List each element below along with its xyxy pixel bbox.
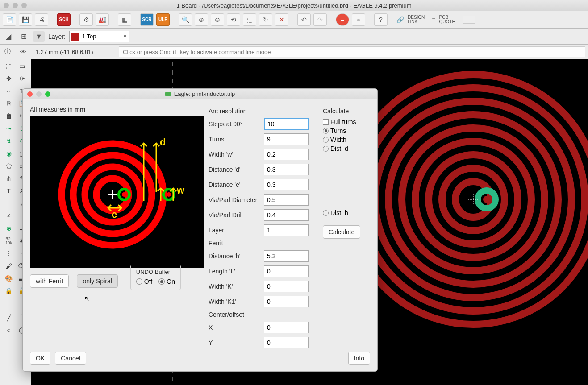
width-k-label: Width 'K' bbox=[209, 283, 264, 290]
x-label: X bbox=[209, 324, 264, 331]
calculate-button[interactable]: Calculate bbox=[323, 225, 360, 239]
library-icon[interactable]: ▦ bbox=[118, 13, 131, 26]
copy-tool[interactable]: ⎘ bbox=[3, 98, 15, 109]
zoom-redraw-icon[interactable]: ⟲ bbox=[227, 13, 240, 26]
zoom-in-icon[interactable]: ⊕ bbox=[195, 13, 208, 26]
turns-label: Turns bbox=[209, 136, 264, 143]
layers-icon[interactable]: ◢ bbox=[3, 31, 14, 42]
cross-icon[interactable]: ✕ bbox=[275, 13, 288, 26]
polygon-tool[interactable]: ⬠ bbox=[3, 161, 15, 171]
grid-icon[interactable]: ⊞ bbox=[18, 31, 29, 42]
dist-d-input[interactable] bbox=[264, 164, 309, 175]
titlebar: 1 Board - /Users/eagletest/Documents/EAG… bbox=[0, 0, 588, 11]
width-k-input[interactable] bbox=[264, 281, 309, 292]
calc-turns-radio[interactable]: Turns bbox=[323, 127, 385, 134]
eye-icon[interactable]: 👁 bbox=[20, 48, 26, 55]
dist-h-label: Distance 'h' bbox=[209, 253, 264, 260]
svg-text:e: e bbox=[112, 209, 117, 220]
pcb-quote-button[interactable]: ≡ PCBQUOTE bbox=[432, 15, 455, 24]
turns-input[interactable] bbox=[264, 133, 309, 145]
miter-tool[interactable]: ⟋ bbox=[3, 198, 15, 209]
dist-e-input[interactable] bbox=[264, 179, 309, 190]
delete-tool[interactable]: 🗑 bbox=[3, 111, 15, 121]
save-icon[interactable]: 💾 bbox=[19, 13, 32, 26]
mirror-tool[interactable]: ↔ bbox=[3, 86, 15, 96]
y-input[interactable] bbox=[264, 337, 309, 348]
sch-button[interactable]: SCH bbox=[57, 13, 71, 26]
zoom-fit-icon[interactable]: 🔍 bbox=[179, 13, 192, 26]
dim-tool[interactable]: ≠ bbox=[3, 211, 15, 221]
info-button[interactable]: Info bbox=[348, 352, 370, 365]
dist-h-input[interactable] bbox=[264, 250, 309, 262]
ulp-icon bbox=[165, 92, 171, 96]
lock-tool[interactable]: 🔒 bbox=[3, 286, 15, 296]
width-w-input[interactable] bbox=[264, 149, 309, 160]
command-input[interactable] bbox=[119, 46, 585, 57]
route-tool[interactable]: ⤳ bbox=[3, 123, 15, 134]
calc-width-radio[interactable]: Width bbox=[323, 136, 385, 143]
undo-title: UNDO Buffer bbox=[136, 269, 175, 275]
ulp-button[interactable]: ULP bbox=[156, 13, 170, 26]
stop-icon[interactable]: – bbox=[336, 13, 349, 26]
left-tools-header: ⓘ 👁 bbox=[0, 45, 31, 59]
ok-button[interactable]: OK bbox=[30, 352, 50, 365]
paint-tool[interactable]: 🎨 bbox=[3, 273, 15, 284]
width-w-label: Width 'w' bbox=[209, 151, 264, 158]
command-line bbox=[116, 45, 588, 59]
x-input[interactable] bbox=[264, 322, 309, 333]
y-label: Y bbox=[209, 339, 264, 346]
rotate-tool[interactable]: ⟳ bbox=[17, 73, 28, 84]
design-link-button[interactable]: 🔗 DESIGNLINK bbox=[396, 15, 425, 24]
svg-text:w: w bbox=[176, 185, 185, 196]
move-tool[interactable]: ✥ bbox=[3, 73, 15, 84]
info-icon[interactable]: ⓘ bbox=[4, 48, 11, 56]
pinarray-tool[interactable]: ⋮ bbox=[3, 248, 15, 259]
help-icon[interactable]: ? bbox=[374, 13, 388, 26]
undo-off-radio[interactable]: Off bbox=[136, 278, 152, 285]
with-ferrit-button[interactable]: with Ferrit bbox=[30, 274, 69, 288]
cancel-button[interactable]: Cancel bbox=[55, 352, 86, 365]
full-turns-check[interactable]: Full turns bbox=[323, 118, 385, 125]
hole-tool[interactable]: ◉ bbox=[3, 148, 15, 159]
cam-icon[interactable]: ⚙ bbox=[79, 13, 93, 26]
print-icon[interactable]: 🖨 bbox=[35, 13, 48, 26]
net-tool[interactable]: ⋔ bbox=[3, 173, 15, 184]
center-title: Center/offset bbox=[209, 311, 316, 318]
redo-icon[interactable]: ↷ bbox=[313, 13, 327, 26]
only-spiral-button[interactable]: only Spiral bbox=[77, 274, 117, 288]
steps-input[interactable] bbox=[264, 118, 309, 130]
manufacture-icon[interactable]: 🏭 bbox=[96, 13, 109, 26]
text-tool[interactable]: T bbox=[3, 186, 15, 196]
scr-button[interactable]: SCR bbox=[140, 13, 154, 26]
undo-on-radio[interactable]: On bbox=[158, 278, 175, 285]
via-diam-input[interactable] bbox=[264, 194, 309, 206]
brush-tool[interactable]: 🖌 bbox=[3, 261, 15, 271]
coordinates: 1.27 mm (-11.68 6.81) bbox=[31, 45, 116, 59]
value-tool[interactable]: R210k bbox=[3, 236, 15, 246]
signal-tool[interactable]: ↯ bbox=[3, 136, 15, 146]
refresh-icon[interactable]: ↻ bbox=[259, 13, 272, 26]
layer-bar: ◢ ⊞ ▼ Layer: 1 Top ▼ bbox=[0, 29, 588, 45]
go-icon[interactable]: ● bbox=[352, 13, 365, 26]
filter-icon[interactable]: ▼ bbox=[33, 31, 45, 42]
arc-title: Arc resolution bbox=[209, 108, 316, 115]
preview-canvas: d w e bbox=[30, 116, 204, 268]
layer-select[interactable]: 1 Top ▼ bbox=[69, 31, 129, 42]
open-icon[interactable]: 📄 bbox=[3, 13, 16, 26]
calc-dist-h-radio[interactable]: Dist. h bbox=[323, 209, 385, 216]
group-tool[interactable]: ▭ bbox=[17, 61, 28, 71]
line-tool[interactable]: ╱ bbox=[3, 312, 15, 323]
undo-icon[interactable]: ↶ bbox=[297, 13, 311, 26]
width-k1-input[interactable] bbox=[264, 296, 309, 307]
add-tool[interactable]: ⊕ bbox=[3, 223, 15, 234]
via-drill-input[interactable] bbox=[264, 209, 309, 221]
circle-tool[interactable]: ○ bbox=[3, 325, 15, 335]
zoom-select-icon[interactable]: ⬚ bbox=[243, 13, 256, 26]
calc-dist-d-radio[interactable]: Dist. d bbox=[323, 145, 385, 152]
select-tool[interactable]: ⬚ bbox=[3, 61, 15, 71]
dialog-titlebar[interactable]: Eagle: print-inductor.ulp bbox=[23, 89, 377, 99]
layer-input[interactable] bbox=[264, 224, 309, 236]
zoom-out-icon[interactable]: ⊖ bbox=[211, 13, 224, 26]
svg-point-23 bbox=[167, 192, 171, 197]
len-l-input[interactable] bbox=[264, 265, 309, 277]
